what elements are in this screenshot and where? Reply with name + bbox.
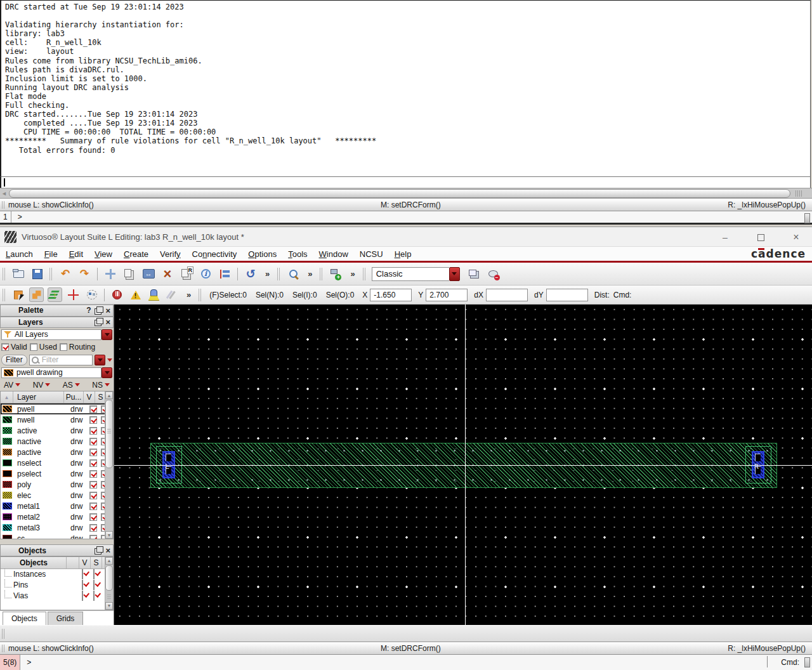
objects-header[interactable]: Objects × (0, 544, 114, 556)
layer-row[interactable]: poly drw (1, 479, 113, 490)
descend-icon[interactable] (48, 287, 62, 302)
toolbar-overflow-chevron[interactable]: » (308, 269, 312, 279)
object-visible-checkbox[interactable] (82, 580, 83, 590)
filter-checkbox[interactable] (1, 343, 9, 351)
toolbar-grip[interactable] (3, 268, 6, 280)
object-selectable-checkbox[interactable] (93, 569, 95, 579)
stop-level-icon[interactable] (110, 287, 124, 302)
align-icon[interactable] (217, 266, 232, 282)
visibility-button[interactable]: AS (63, 381, 80, 390)
ciw-input-line[interactable] (0, 177, 811, 188)
y-coordinate-field[interactable]: 2.700 (426, 289, 468, 301)
layer-row[interactable]: pselect drw (1, 468, 113, 479)
layer-row[interactable]: metal2 drw (1, 511, 113, 522)
layer-row[interactable]: nselect drw (1, 457, 113, 468)
menu-create[interactable]: Create (118, 248, 154, 260)
menu-file[interactable]: File (39, 248, 63, 260)
menu-verify[interactable]: Verify (154, 248, 187, 260)
scroll-up-arrow-icon[interactable]: ▲ (105, 391, 113, 399)
objects-float-icon[interactable] (95, 548, 102, 555)
current-layer-select[interactable]: pwell drawing (1, 367, 102, 378)
scrollbar-thumb[interactable] (105, 400, 113, 468)
object-selectable-checkbox[interactable] (93, 580, 95, 590)
toolbar-grip[interactable] (199, 289, 202, 301)
toolbar-overflow-chevron[interactable]: » (187, 290, 191, 299)
delete-icon[interactable] (160, 266, 175, 282)
palette-help-icon[interactable]: ? (84, 306, 93, 315)
rotate-copy-icon[interactable] (179, 266, 194, 282)
object-selectable-checkbox[interactable] (93, 591, 95, 601)
filter-checkbox[interactable] (60, 343, 67, 351)
palette-close-icon[interactable]: × (105, 306, 110, 315)
filter-dropdown-button[interactable] (95, 355, 105, 365)
palette-tab[interactable]: Objects (3, 612, 46, 625)
save-workspace-icon[interactable] (467, 266, 482, 282)
object-visible-checkbox[interactable] (82, 569, 83, 579)
layer-row[interactable]: pwell drw (1, 404, 113, 414)
bottom-prompt-line[interactable]: 5(8) > Cmd: (0, 655, 812, 670)
layers-close-icon[interactable]: × (105, 317, 110, 327)
dx-field[interactable] (486, 289, 528, 301)
info-icon[interactable] (198, 266, 213, 282)
dy-field[interactable] (546, 289, 588, 301)
edit-disabled-icon[interactable] (165, 287, 180, 302)
layer-visible-checkbox[interactable] (89, 416, 97, 424)
toolbar-overflow-chevron[interactable]: » (265, 269, 270, 279)
prompt-scroll-handle[interactable] (804, 213, 810, 223)
layer-visible-checkbox[interactable] (89, 524, 97, 532)
palette-header[interactable]: Palette ? × (0, 305, 114, 317)
minimize-button[interactable]: – (714, 230, 736, 244)
toolbar-grip[interactable] (320, 268, 324, 280)
layer-visible-checkbox[interactable] (89, 513, 97, 521)
layer-table-header[interactable]: ▲ Layer Pu... V S (1, 391, 113, 404)
toolbar-grip[interactable] (277, 268, 281, 280)
partial-select-icon[interactable] (29, 287, 44, 302)
menu-window[interactable]: Window (313, 248, 354, 260)
layer-row[interactable]: metal3 drw (1, 522, 113, 533)
toolbar-grip[interactable] (3, 289, 6, 301)
layer-visible-checkbox[interactable] (89, 470, 97, 478)
select-icon[interactable] (11, 287, 25, 302)
scroll-down-arrow-icon[interactable]: ▼ (105, 602, 113, 610)
object-row[interactable]: Pins (1, 580, 113, 591)
menu-tools[interactable]: Tools (282, 248, 313, 260)
layer-visible-checkbox[interactable] (89, 535, 97, 539)
layer-visible-checkbox[interactable] (89, 492, 97, 499)
layer-visible-checkbox[interactable] (89, 459, 97, 467)
filter-search-field[interactable]: Filter (29, 355, 93, 365)
menu-help[interactable]: Help (389, 248, 417, 260)
layer-visible-checkbox[interactable] (89, 405, 97, 413)
layer-row[interactable]: pactive drw (1, 447, 113, 457)
objects-close-icon[interactable]: × (105, 546, 110, 555)
palette-float-icon[interactable] (95, 308, 102, 315)
zoom-icon[interactable] (285, 266, 301, 282)
scroll-left-arrow-icon[interactable]: ◄ (0, 189, 8, 198)
copy-icon[interactable] (122, 266, 137, 282)
object-row[interactable]: Vias (1, 591, 113, 601)
workspace-dropdown-button[interactable] (449, 267, 460, 281)
layer-row[interactable]: active drw (1, 425, 113, 436)
x-coordinate-field[interactable]: -1.650 (370, 289, 412, 301)
filter-button[interactable]: Filter (1, 355, 27, 365)
warning-level-icon[interactable] (128, 287, 143, 302)
ciw-prompt-line[interactable]: 1 > (0, 211, 812, 225)
flip-icon[interactable] (141, 266, 156, 282)
filter-overflow-arrow-icon[interactable] (107, 358, 112, 362)
filter-checkbox[interactable] (30, 343, 37, 351)
layer-row[interactable]: nactive drw (1, 436, 113, 447)
toolbar-grip[interactable] (49, 268, 53, 280)
area-select-icon[interactable] (84, 287, 99, 302)
menu-connectivity[interactable]: Connectivity (187, 248, 243, 260)
layout-canvas[interactable]: L R (114, 305, 812, 625)
scroll-down-arrow-icon[interactable]: ▼ (105, 531, 113, 539)
workspace-select[interactable]: Classic (372, 267, 460, 281)
menu-ncsu[interactable]: NCSU (354, 248, 389, 260)
layer-row[interactable]: elec drw (1, 490, 113, 501)
ciw-log-area[interactable]: DRC started at Tue Sep 19 23:01:14 2023 … (0, 0, 811, 177)
object-row[interactable]: Instances (1, 569, 113, 580)
window-title-bar[interactable]: Virtuoso® Layout Suite L Editing: lab3 R… (0, 227, 812, 247)
maximize-button[interactable] (750, 230, 771, 244)
close-button[interactable]: × (785, 230, 807, 244)
layer-row[interactable]: nwell drw (1, 414, 113, 425)
sort-arrow-icon[interactable]: ▲ (1, 391, 13, 403)
